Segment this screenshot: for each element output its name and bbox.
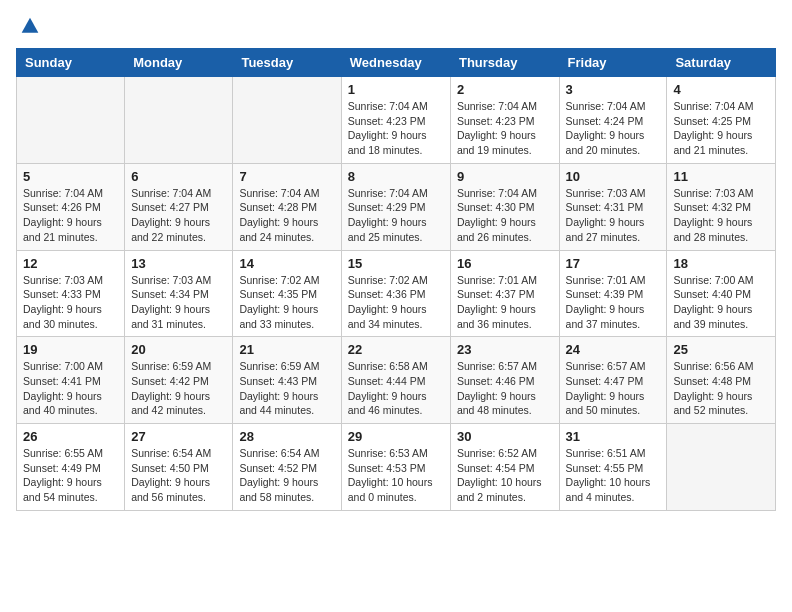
day-number: 30 [457, 429, 553, 444]
day-cell [233, 77, 341, 164]
day-info: Sunrise: 7:04 AMSunset: 4:28 PMDaylight:… [239, 186, 334, 245]
day-number: 22 [348, 342, 444, 357]
day-number: 28 [239, 429, 334, 444]
day-cell: 4Sunrise: 7:04 AMSunset: 4:25 PMDaylight… [667, 77, 776, 164]
day-cell: 16Sunrise: 7:01 AMSunset: 4:37 PMDayligh… [450, 250, 559, 337]
week-row-5: 26Sunrise: 6:55 AMSunset: 4:49 PMDayligh… [17, 424, 776, 511]
week-row-2: 5Sunrise: 7:04 AMSunset: 4:26 PMDaylight… [17, 163, 776, 250]
day-header-saturday: Saturday [667, 49, 776, 77]
day-info: Sunrise: 6:57 AMSunset: 4:46 PMDaylight:… [457, 359, 553, 418]
day-cell: 24Sunrise: 6:57 AMSunset: 4:47 PMDayligh… [559, 337, 667, 424]
day-cell: 10Sunrise: 7:03 AMSunset: 4:31 PMDayligh… [559, 163, 667, 250]
day-number: 24 [566, 342, 661, 357]
day-info: Sunrise: 7:04 AMSunset: 4:26 PMDaylight:… [23, 186, 118, 245]
day-cell: 27Sunrise: 6:54 AMSunset: 4:50 PMDayligh… [125, 424, 233, 511]
day-info: Sunrise: 7:04 AMSunset: 4:24 PMDaylight:… [566, 99, 661, 158]
day-info: Sunrise: 7:03 AMSunset: 4:31 PMDaylight:… [566, 186, 661, 245]
day-info: Sunrise: 7:04 AMSunset: 4:29 PMDaylight:… [348, 186, 444, 245]
day-number: 26 [23, 429, 118, 444]
day-cell: 15Sunrise: 7:02 AMSunset: 4:36 PMDayligh… [341, 250, 450, 337]
day-number: 5 [23, 169, 118, 184]
day-cell: 28Sunrise: 6:54 AMSunset: 4:52 PMDayligh… [233, 424, 341, 511]
logo-icon [20, 16, 40, 36]
day-info: Sunrise: 7:01 AMSunset: 4:37 PMDaylight:… [457, 273, 553, 332]
day-cell: 20Sunrise: 6:59 AMSunset: 4:42 PMDayligh… [125, 337, 233, 424]
day-info: Sunrise: 6:51 AMSunset: 4:55 PMDaylight:… [566, 446, 661, 505]
day-cell [125, 77, 233, 164]
day-info: Sunrise: 6:54 AMSunset: 4:52 PMDaylight:… [239, 446, 334, 505]
day-cell: 19Sunrise: 7:00 AMSunset: 4:41 PMDayligh… [17, 337, 125, 424]
day-number: 17 [566, 256, 661, 271]
day-info: Sunrise: 7:04 AMSunset: 4:27 PMDaylight:… [131, 186, 226, 245]
day-cell: 1Sunrise: 7:04 AMSunset: 4:23 PMDaylight… [341, 77, 450, 164]
day-cell: 30Sunrise: 6:52 AMSunset: 4:54 PMDayligh… [450, 424, 559, 511]
day-info: Sunrise: 7:03 AMSunset: 4:34 PMDaylight:… [131, 273, 226, 332]
day-cell: 23Sunrise: 6:57 AMSunset: 4:46 PMDayligh… [450, 337, 559, 424]
day-cell: 31Sunrise: 6:51 AMSunset: 4:55 PMDayligh… [559, 424, 667, 511]
day-info: Sunrise: 7:02 AMSunset: 4:35 PMDaylight:… [239, 273, 334, 332]
day-number: 16 [457, 256, 553, 271]
day-info: Sunrise: 6:56 AMSunset: 4:48 PMDaylight:… [673, 359, 769, 418]
day-info: Sunrise: 7:00 AMSunset: 4:40 PMDaylight:… [673, 273, 769, 332]
day-info: Sunrise: 6:53 AMSunset: 4:53 PMDaylight:… [348, 446, 444, 505]
day-number: 21 [239, 342, 334, 357]
day-info: Sunrise: 6:58 AMSunset: 4:44 PMDaylight:… [348, 359, 444, 418]
day-number: 12 [23, 256, 118, 271]
calendar-header-row: SundayMondayTuesdayWednesdayThursdayFrid… [17, 49, 776, 77]
day-cell: 8Sunrise: 7:04 AMSunset: 4:29 PMDaylight… [341, 163, 450, 250]
day-cell: 21Sunrise: 6:59 AMSunset: 4:43 PMDayligh… [233, 337, 341, 424]
day-number: 10 [566, 169, 661, 184]
day-number: 11 [673, 169, 769, 184]
day-cell: 22Sunrise: 6:58 AMSunset: 4:44 PMDayligh… [341, 337, 450, 424]
day-info: Sunrise: 7:02 AMSunset: 4:36 PMDaylight:… [348, 273, 444, 332]
day-number: 20 [131, 342, 226, 357]
day-cell: 3Sunrise: 7:04 AMSunset: 4:24 PMDaylight… [559, 77, 667, 164]
day-info: Sunrise: 7:01 AMSunset: 4:39 PMDaylight:… [566, 273, 661, 332]
day-info: Sunrise: 7:03 AMSunset: 4:33 PMDaylight:… [23, 273, 118, 332]
day-cell [17, 77, 125, 164]
day-number: 23 [457, 342, 553, 357]
day-number: 13 [131, 256, 226, 271]
day-info: Sunrise: 6:59 AMSunset: 4:42 PMDaylight:… [131, 359, 226, 418]
day-header-sunday: Sunday [17, 49, 125, 77]
day-number: 3 [566, 82, 661, 97]
day-info: Sunrise: 7:04 AMSunset: 4:23 PMDaylight:… [457, 99, 553, 158]
day-number: 6 [131, 169, 226, 184]
day-info: Sunrise: 6:57 AMSunset: 4:47 PMDaylight:… [566, 359, 661, 418]
logo [16, 16, 40, 36]
day-header-wednesday: Wednesday [341, 49, 450, 77]
day-cell: 5Sunrise: 7:04 AMSunset: 4:26 PMDaylight… [17, 163, 125, 250]
day-info: Sunrise: 7:04 AMSunset: 4:30 PMDaylight:… [457, 186, 553, 245]
header [16, 16, 776, 36]
svg-marker-0 [22, 18, 39, 33]
day-number: 27 [131, 429, 226, 444]
day-header-thursday: Thursday [450, 49, 559, 77]
day-number: 2 [457, 82, 553, 97]
day-cell: 14Sunrise: 7:02 AMSunset: 4:35 PMDayligh… [233, 250, 341, 337]
day-cell: 11Sunrise: 7:03 AMSunset: 4:32 PMDayligh… [667, 163, 776, 250]
day-info: Sunrise: 6:55 AMSunset: 4:49 PMDaylight:… [23, 446, 118, 505]
day-cell: 2Sunrise: 7:04 AMSunset: 4:23 PMDaylight… [450, 77, 559, 164]
day-cell: 12Sunrise: 7:03 AMSunset: 4:33 PMDayligh… [17, 250, 125, 337]
day-number: 18 [673, 256, 769, 271]
calendar-container: SundayMondayTuesdayWednesdayThursdayFrid… [0, 0, 792, 521]
day-info: Sunrise: 7:03 AMSunset: 4:32 PMDaylight:… [673, 186, 769, 245]
day-number: 19 [23, 342, 118, 357]
week-row-3: 12Sunrise: 7:03 AMSunset: 4:33 PMDayligh… [17, 250, 776, 337]
day-number: 29 [348, 429, 444, 444]
day-number: 14 [239, 256, 334, 271]
week-row-1: 1Sunrise: 7:04 AMSunset: 4:23 PMDaylight… [17, 77, 776, 164]
day-number: 1 [348, 82, 444, 97]
day-number: 4 [673, 82, 769, 97]
day-cell: 6Sunrise: 7:04 AMSunset: 4:27 PMDaylight… [125, 163, 233, 250]
day-header-tuesday: Tuesday [233, 49, 341, 77]
day-cell: 18Sunrise: 7:00 AMSunset: 4:40 PMDayligh… [667, 250, 776, 337]
day-number: 25 [673, 342, 769, 357]
day-info: Sunrise: 6:59 AMSunset: 4:43 PMDaylight:… [239, 359, 334, 418]
day-number: 15 [348, 256, 444, 271]
day-cell: 9Sunrise: 7:04 AMSunset: 4:30 PMDaylight… [450, 163, 559, 250]
week-row-4: 19Sunrise: 7:00 AMSunset: 4:41 PMDayligh… [17, 337, 776, 424]
day-number: 31 [566, 429, 661, 444]
day-cell: 25Sunrise: 6:56 AMSunset: 4:48 PMDayligh… [667, 337, 776, 424]
calendar-table: SundayMondayTuesdayWednesdayThursdayFrid… [16, 48, 776, 511]
